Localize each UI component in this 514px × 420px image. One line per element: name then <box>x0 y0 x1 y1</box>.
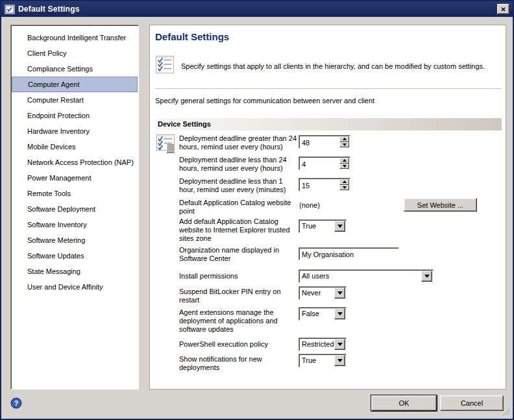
catalog-website-point-value: (none) <box>299 201 320 209</box>
close-button[interactable]: ✕ <box>497 4 509 14</box>
sidebar-item-computer-restart[interactable]: Computer Restart <box>11 92 138 108</box>
sidebar-item-user-and-device-affinity[interactable]: User and Device Affinity <box>11 279 138 295</box>
arrow-up-icon <box>343 159 347 162</box>
cancel-button[interactable]: Cancel <box>440 395 504 411</box>
arrow-up-icon <box>343 138 347 140</box>
settings-category-list: Background Intelligent Transfer Client P… <box>10 25 139 389</box>
sidebar-item-computer-agent[interactable]: Computer Agent <box>12 77 138 92</box>
install-permissions-label: Install permissions <box>179 272 299 280</box>
org-name-field[interactable] <box>299 247 399 260</box>
spin-down-button[interactable] <box>339 164 349 169</box>
deadline-gt24-input[interactable] <box>299 136 339 148</box>
window-title: Default Settings <box>18 5 80 14</box>
deadline-gt24-spinner <box>299 135 350 149</box>
resize-grip[interactable] <box>502 408 511 417</box>
install-permissions-dropdown[interactable]: All users <box>299 269 434 283</box>
show-notifications-dropdown[interactable]: True <box>299 354 347 367</box>
org-name-label: Organization name displayed in Software … <box>179 246 299 263</box>
bitlocker-pin-label: Suspend BitLocker PIN entry on restart <box>179 288 299 304</box>
spin-down-button[interactable] <box>339 185 349 191</box>
ie-trusted-zone-label: Add default Application Catalog website … <box>179 217 299 243</box>
spin-down-button[interactable] <box>339 142 349 148</box>
sidebar-item-software-metering[interactable]: Software Metering <box>11 232 138 248</box>
sidebar-item-software-deployment[interactable]: Software Deployment <box>11 201 138 217</box>
chevron-down-icon[interactable] <box>334 288 345 299</box>
deadline-lt24-input[interactable] <box>299 157 339 169</box>
sidebar-item-network-access-protection[interactable]: Network Access Protection (NAP) <box>11 154 138 170</box>
sidebar-item-software-inventory[interactable]: Software Inventory <box>11 217 138 232</box>
separator-line <box>155 88 502 89</box>
close-icon: ✕ <box>500 6 506 13</box>
sidebar-item-mobile-devices[interactable]: Mobile Devices <box>11 139 138 154</box>
title-bar[interactable]: Default Settings ✕ <box>1 1 513 17</box>
settings-detail-panel: Default Settings Specify settings that a… <box>149 25 506 389</box>
app-icon <box>5 5 15 14</box>
deadline-lt24-label: Deployment deadline less than 24 hours, … <box>179 156 299 173</box>
help-button[interactable]: ? <box>10 397 22 409</box>
page-description: Specify settings that apply to all clien… <box>181 62 506 70</box>
sidebar-item-power-management[interactable]: Power Management <box>11 170 138 186</box>
deadline-lt1-spinner <box>299 178 350 191</box>
deadline-lt24-spinner <box>299 156 350 170</box>
sidebar-item-software-updates[interactable]: Software Updates <box>11 248 138 264</box>
spin-up-button[interactable] <box>339 179 349 185</box>
page-title: Default Settings <box>155 31 229 42</box>
deadline-lt1-label: Deployment deadline less than 1 hour, re… <box>179 177 299 194</box>
powershell-policy-label: PowerShell execution policy <box>179 340 299 349</box>
ok-button[interactable]: OK <box>371 395 437 411</box>
ie-trusted-zone-dropdown[interactable]: True <box>299 219 347 233</box>
question-mark-icon: ? <box>14 399 18 407</box>
set-website-button[interactable]: Set Website ... <box>404 198 477 212</box>
chevron-down-icon[interactable] <box>334 339 345 350</box>
arrow-down-icon <box>343 143 347 146</box>
sidebar-item-remote-tools[interactable]: Remote Tools <box>11 186 138 201</box>
device-settings-group-header: Device Settings <box>155 118 502 130</box>
default-settings-dialog: Default Settings ✕ Background Intelligen… <box>0 0 514 420</box>
sidebar-item-client-policy[interactable]: Client Policy <box>11 45 138 61</box>
spin-up-button[interactable] <box>339 136 349 142</box>
checklist-icon <box>155 55 175 75</box>
deadline-lt1-input[interactable] <box>299 179 339 191</box>
powershell-policy-dropdown[interactable]: Restricted <box>299 338 347 351</box>
arrow-down-icon <box>343 186 347 189</box>
sidebar-item-endpoint-protection[interactable]: Endpoint Protection <box>11 108 138 123</box>
spin-up-button[interactable] <box>339 158 349 164</box>
sidebar-item-hardware-inventory[interactable]: Hardware Inventory <box>11 123 138 139</box>
chevron-down-icon[interactable] <box>334 355 345 366</box>
show-notifications-label: Show notifications for new deployments <box>179 355 299 372</box>
sidebar-item-state-messaging[interactable]: State Messaging <box>11 264 138 279</box>
arrow-up-icon <box>343 180 347 183</box>
bitlocker-pin-dropdown[interactable]: Never <box>299 286 347 300</box>
agent-extensions-dropdown[interactable]: False <box>299 307 347 321</box>
chevron-down-icon[interactable] <box>334 308 345 319</box>
deadline-gt24-label: Deployment deadline greater than 24 hour… <box>179 134 299 151</box>
agent-extensions-label: Agent extensions manage the deployment o… <box>179 308 299 334</box>
chevron-down-icon[interactable] <box>421 271 432 282</box>
chevron-down-icon[interactable] <box>334 221 345 232</box>
sidebar-item-compliance-settings[interactable]: Compliance Settings <box>11 61 138 77</box>
arrow-down-icon <box>343 165 347 167</box>
device-settings-icon <box>156 133 177 154</box>
sidebar-item-background-intelligent-transfer[interactable]: Background Intelligent Transfer <box>11 30 138 45</box>
section-subheading: Specify general settings for communicati… <box>155 97 493 105</box>
catalog-website-point-label: Default Application Catalog website poin… <box>179 199 299 216</box>
